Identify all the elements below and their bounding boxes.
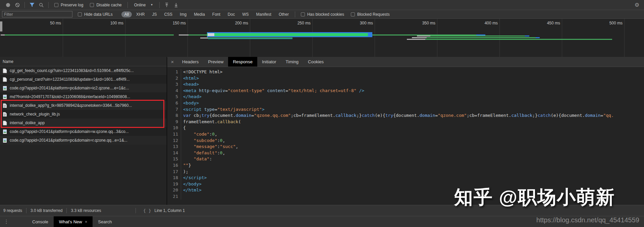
import-har-button[interactable] (162, 1, 171, 9)
disable-cache-checkbox[interactable]: Disable cache (90, 3, 121, 7)
response-editor[interactable]: 1<!DOCTYPE html>2<html>3<head>4<meta htt… (167, 67, 644, 205)
chevron-down-icon: ▼ (150, 3, 153, 6)
network-toolbar: Preserve log Disable cache Online ▼ ⚙ (0, 0, 644, 10)
filter-type-css[interactable]: CSS (161, 11, 175, 17)
request-list-panel: Name cgi_get_feeds_count.cgi?uin=1223411… (0, 57, 167, 205)
drawer-tab-what-s-new[interactable]: What's New× (54, 216, 93, 227)
status-bar: 9 requests3.0 kB transferred3.3 kB resou… (0, 205, 644, 216)
grid-line (187, 19, 188, 57)
tab-timing[interactable]: Timing (281, 57, 304, 67)
hide-data-urls-checkbox[interactable]: Hide data URLs (78, 12, 113, 17)
filter-type-font[interactable]: Font (209, 11, 223, 17)
has-blocked-cookies-checkbox[interactable]: Has blocked cookies (301, 12, 344, 17)
summary-item: 9 requests (3, 208, 22, 213)
summary-item: 3.0 kB transferred (31, 208, 62, 213)
code-line: 17); (167, 169, 644, 175)
filter-toggle-button[interactable] (27, 1, 37, 9)
request-row[interactable]: cgi_personal_card?uin=1223411083&fupdate… (0, 75, 167, 84)
export-har-button[interactable] (171, 1, 181, 9)
kebab-menu-icon: ⋮ (4, 219, 9, 225)
request-row[interactable]: md?fromId=204971707&told=211006088&inter… (0, 92, 167, 101)
filter-type-other[interactable]: Other (276, 11, 292, 17)
document-icon (3, 121, 7, 126)
filter-type-js[interactable]: JS (149, 11, 160, 17)
request-detail-panel: × HeadersPreviewResponseInitiatorTimingC… (167, 57, 644, 205)
filter-type-all[interactable]: All (121, 11, 132, 17)
waterfall-bar (525, 35, 529, 36)
request-name: cgi_personal_card?uin=1223411083&fupdate… (10, 77, 130, 82)
devtools-network-panel: Preserve log Disable cache Online ▼ ⚙ Hi… (0, 0, 644, 227)
line-number: 11 (167, 131, 181, 138)
waterfall-bar (368, 32, 372, 37)
close-icon[interactable]: × (85, 219, 88, 224)
script-file-icon (3, 112, 7, 117)
search-button[interactable] (37, 1, 46, 9)
filter-type-img[interactable]: Img (177, 11, 190, 17)
close-detail-button[interactable]: × (167, 57, 177, 67)
filter-type-media[interactable]: Media (191, 11, 208, 17)
code-line: 12 "subcode":0, (167, 138, 644, 144)
tab-headers[interactable]: Headers (177, 57, 203, 67)
request-name: code.cgi?appid=20141&platform=pc&domain=… (10, 86, 129, 90)
settings-button[interactable]: ⚙ (635, 2, 639, 8)
line-number: 21 (167, 194, 181, 200)
summary-item: 3.3 kB resources (71, 208, 101, 213)
line-number: 10 (167, 125, 181, 131)
request-row[interactable]: code.cgi?appid=20141&platform=pc&domain=… (0, 84, 167, 92)
filter-type-doc[interactable]: Doc (225, 11, 238, 17)
request-name: cgi_get_feeds_count.cgi?uin=1223411083&r… (10, 68, 134, 73)
request-row[interactable]: internal_dolike_app?g_tk=985798942&qzone… (0, 101, 167, 110)
line-number: 6 (167, 100, 181, 106)
name-column-header[interactable]: Name (0, 57, 167, 66)
checkbox-icon (54, 3, 58, 7)
tab-preview[interactable]: Preview (203, 57, 228, 67)
request-row[interactable]: code.cgi?appid=20141&platform=pc&domain=… (0, 127, 167, 136)
code-line: 19</body> (167, 181, 644, 187)
grid-tick-label: 500 ms (609, 21, 623, 25)
code-line: 20</html> (167, 187, 644, 194)
preserve-log-checkbox[interactable]: Preserve log (54, 3, 83, 7)
tab-initiator[interactable]: Initiator (257, 57, 281, 67)
network-overview[interactable]: 50 ms100 ms150 ms200 ms250 ms300 ms350 m… (0, 19, 644, 57)
throttling-dropdown[interactable]: Online ▼ (133, 2, 155, 8)
drawer-tab-search[interactable]: Search (93, 216, 117, 227)
toolbar-separator (295, 11, 295, 17)
grid-tick-label: 450 ms (547, 21, 560, 25)
filter-type-ws[interactable]: WS (239, 11, 252, 17)
request-row[interactable]: network_check_plugin_lib.js (0, 110, 167, 119)
filter-type-xhr[interactable]: XHR (133, 11, 148, 17)
request-row[interactable]: code.cgi?appid=20141&platform=pc&domain=… (0, 136, 167, 145)
name-column-label: Name (3, 59, 13, 64)
line-number: 15 (167, 156, 181, 162)
waterfall-bar (207, 32, 372, 37)
filter-type-manifest[interactable]: Manifest (253, 11, 274, 17)
status-separator (26, 208, 26, 213)
tab-cookies[interactable]: Cookies (303, 57, 328, 67)
blocked-requests-label: Blocked Requests (357, 12, 390, 17)
line-number: 19 (167, 181, 181, 187)
funnel-icon (30, 3, 35, 7)
line-number: 17 (167, 169, 181, 175)
request-row[interactable]: internal_dolike_app (0, 119, 167, 127)
overview-drag-handle[interactable] (0, 21, 2, 31)
record-icon (6, 3, 10, 7)
clear-icon (15, 3, 20, 7)
record-button[interactable] (3, 1, 13, 9)
waterfall-bar (536, 37, 540, 38)
waterfall-bar (208, 33, 214, 36)
filter-input[interactable] (2, 11, 72, 17)
blocked-requests-checkbox[interactable]: Blocked Requests (351, 12, 390, 17)
drawer-tab-console[interactable]: Console (27, 216, 54, 227)
tab-response[interactable]: Response (228, 57, 257, 67)
drawer-menu-button[interactable]: ⋮ (2, 216, 11, 227)
waterfall-bar (208, 39, 292, 39)
grid-tick-label: 250 ms (298, 21, 311, 25)
request-name: code.cgi?appid=20141&platform=pc&domain=… (10, 138, 127, 143)
line-number: 13 (167, 144, 181, 150)
toolbar-separator (159, 2, 160, 8)
clear-button[interactable] (13, 1, 22, 9)
request-row[interactable]: cgi_get_feeds_count.cgi?uin=1223411083&r… (0, 66, 167, 75)
cursor-position: Line 1, Column 1 (154, 208, 185, 213)
document-icon (3, 68, 7, 73)
request-name: code.cgi?appid=20141&platform=pc&domain=… (10, 129, 129, 134)
